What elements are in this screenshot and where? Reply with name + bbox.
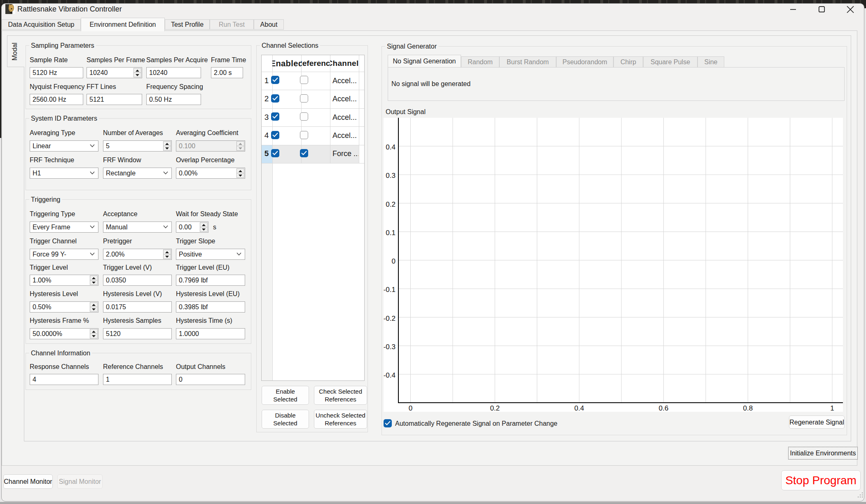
svg-text:0.2: 0.2 [386,201,396,208]
svg-text:-0.4: -0.4 [384,371,396,379]
svg-text:0: 0 [392,257,396,265]
svg-text:0.8: 0.8 [743,404,753,412]
svg-text:0.2: 0.2 [490,404,500,412]
svg-text:1: 1 [830,404,834,412]
svg-text:0.6: 0.6 [659,404,669,412]
svg-text:0.4: 0.4 [574,404,584,412]
svg-text:-0.1: -0.1 [384,286,396,294]
svg-text:-0.3: -0.3 [384,343,396,351]
svg-text:0: 0 [409,404,412,412]
svg-text:-0.2: -0.2 [384,315,396,322]
svg-text:0.4: 0.4 [386,143,396,151]
svg-text:0.3: 0.3 [386,172,396,180]
svg-text:0.1: 0.1 [386,229,396,237]
